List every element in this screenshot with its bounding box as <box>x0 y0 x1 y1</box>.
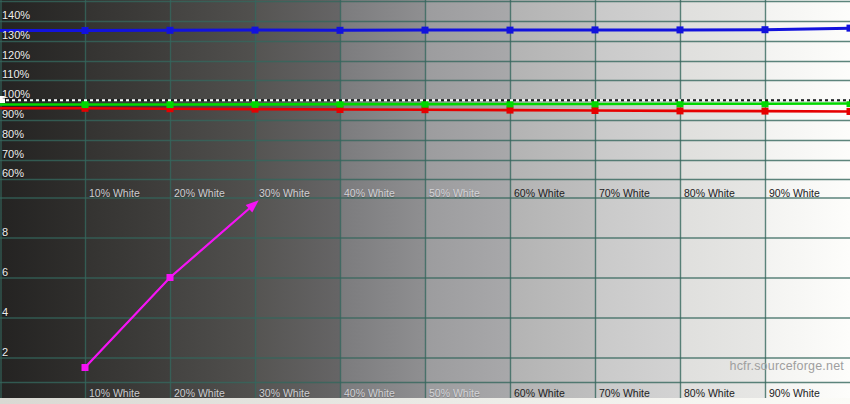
blue-series-marker <box>677 26 684 33</box>
green-series-marker <box>337 101 344 108</box>
green-series-marker <box>677 100 684 107</box>
blue-series-marker <box>167 27 174 34</box>
blue-series-marker <box>507 27 514 34</box>
red-series-marker <box>507 107 514 114</box>
blue-series-marker <box>82 27 89 34</box>
chart-plot-area <box>0 0 850 404</box>
watermark-text: hcfr.sourceforge.net <box>730 359 844 373</box>
green-series-marker <box>592 100 599 107</box>
green-series-marker <box>507 100 514 107</box>
magenta-series-marker <box>82 364 89 371</box>
blue-series-marker <box>592 26 599 33</box>
reference-100pct-tick <box>0 96 5 103</box>
window-bottom-strip <box>0 398 850 404</box>
green-series-marker <box>422 101 429 108</box>
green-series-marker <box>762 100 769 107</box>
red-series-marker <box>762 108 769 115</box>
green-series-marker <box>252 101 259 108</box>
red-series-marker <box>592 107 599 114</box>
blue-series-marker <box>252 27 259 34</box>
blue-series-marker <box>847 25 850 32</box>
blue-series-marker <box>422 27 429 34</box>
blue-series-marker <box>762 26 769 33</box>
red-series-marker <box>847 108 850 115</box>
red-series-marker <box>677 107 684 114</box>
rgb-levels-chart: 140%130%120%110%100%90%80%70%60%864210% … <box>0 0 850 404</box>
green-series-marker <box>167 101 174 108</box>
green-series-marker <box>82 101 89 108</box>
blue-series-marker <box>337 27 344 34</box>
magenta-series-marker <box>167 274 174 281</box>
